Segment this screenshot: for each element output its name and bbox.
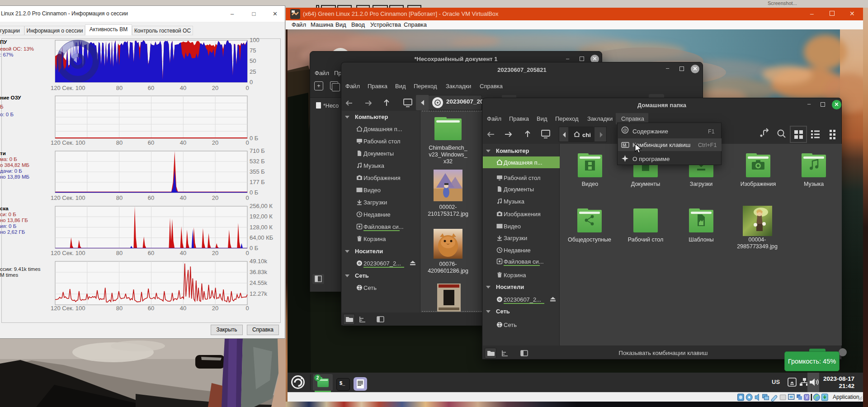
svg-text:V: V [805,395,808,400]
svg-text:@: @ [623,128,627,133]
svg-text:chi: chi [582,132,591,138]
